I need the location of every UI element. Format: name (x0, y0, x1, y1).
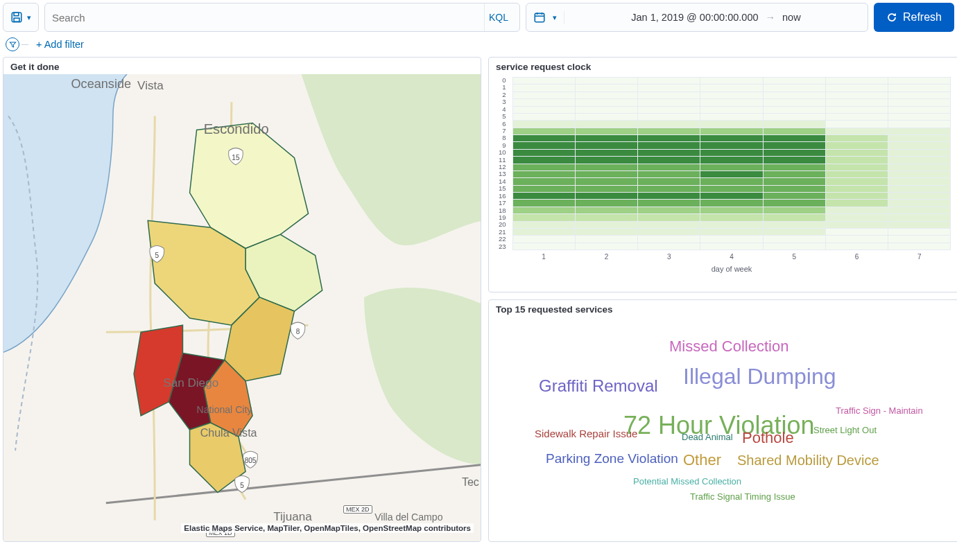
heatmap-cell[interactable] (826, 164, 888, 171)
heatmap-cell[interactable] (888, 214, 951, 221)
heatmap-cell[interactable] (700, 214, 763, 221)
heatmap-cell[interactable] (826, 243, 888, 250)
heatmap-cell[interactable] (826, 200, 888, 207)
heatmap-cell[interactable] (576, 114, 638, 121)
heatmap-cell[interactable] (764, 135, 826, 142)
heatmap-cell[interactable] (826, 229, 888, 236)
heatmap-cell[interactable] (576, 121, 638, 128)
wordcloud-term[interactable]: Illegal Dumping (683, 364, 836, 390)
saved-query-menu[interactable]: ▾ (3, 3, 39, 32)
wordcloud-term[interactable]: Traffic Signal Timing Issue (690, 491, 795, 502)
heatmap-cell[interactable] (826, 78, 888, 85)
wordcloud-term[interactable]: Parking Zone Violation (546, 451, 678, 466)
heatmap-cell[interactable] (826, 99, 888, 106)
heatmap-cell[interactable] (826, 171, 888, 178)
heatmap-cell[interactable] (513, 214, 576, 221)
heatmap-cell[interactable] (513, 135, 576, 142)
heatmap-cell[interactable] (826, 207, 888, 214)
heatmap-cell[interactable] (638, 164, 700, 171)
heatmap-cell[interactable] (888, 121, 951, 128)
heatmap-cell[interactable] (513, 164, 576, 171)
heatmap-cell[interactable] (700, 99, 763, 106)
heatmap-cell[interactable] (638, 92, 700, 99)
heatmap-cell[interactable] (888, 178, 951, 185)
heatmap-cell[interactable] (638, 214, 700, 221)
heatmap-cell[interactable] (764, 128, 826, 135)
heatmap-cell[interactable] (513, 78, 576, 85)
heatmap-cell[interactable] (576, 171, 638, 178)
heatmap-cell[interactable] (888, 114, 951, 121)
heatmap-cell[interactable] (576, 222, 638, 229)
heatmap-cell[interactable] (764, 186, 826, 193)
heatmap-cell[interactable] (826, 150, 888, 157)
wordcloud-term[interactable]: Traffic Sign - Maintain (836, 405, 923, 416)
heatmap-cell[interactable] (638, 114, 700, 121)
heatmap-cell[interactable] (576, 85, 638, 91)
heatmap-cell[interactable] (513, 193, 576, 200)
heatmap-cell[interactable] (764, 193, 826, 200)
heatmap-cell[interactable] (638, 128, 700, 135)
heatmap-cell[interactable] (576, 157, 638, 164)
heatmap-cell[interactable] (888, 222, 951, 229)
heatmap-cell[interactable] (888, 85, 951, 91)
heatmap-cell[interactable] (888, 193, 951, 200)
heatmap-cell[interactable] (513, 200, 576, 207)
heatmap-cell[interactable] (513, 171, 576, 178)
wordcloud-term[interactable]: Missed Collection (669, 338, 788, 356)
wordcloud-term[interactable]: Street Light Out (813, 425, 877, 435)
heatmap-cell[interactable] (764, 114, 826, 121)
quick-date-menu[interactable]: ▾ (526, 11, 564, 24)
heatmap-cell[interactable] (576, 193, 638, 200)
heatmap-cell[interactable] (638, 78, 700, 85)
heatmap-cell[interactable] (700, 135, 763, 142)
heatmap-cell[interactable] (576, 128, 638, 135)
wordcloud-term[interactable]: Shared Mobility Device (737, 453, 879, 469)
heatmap-cell[interactable] (888, 99, 951, 106)
heatmap-cell[interactable] (826, 142, 888, 149)
heatmap-cell[interactable] (826, 135, 888, 142)
heatmap-cell[interactable] (513, 128, 576, 135)
heatmap-cell[interactable] (638, 222, 700, 229)
heatmap-cell[interactable] (638, 135, 700, 142)
heatmap-cell[interactable] (513, 142, 576, 149)
heatmap-cell[interactable] (638, 207, 700, 214)
heatmap-cell[interactable] (513, 150, 576, 157)
heatmap-cell[interactable] (700, 128, 763, 135)
heatmap-cell[interactable] (576, 243, 638, 250)
heatmap-cell[interactable] (513, 186, 576, 193)
heatmap-cell[interactable] (700, 150, 763, 157)
heatmap-cell[interactable] (513, 243, 576, 250)
heatmap-cell[interactable] (700, 157, 763, 164)
heatmap-cell[interactable] (826, 121, 888, 128)
map-canvas[interactable]: Oceanside Vista Escondido San Diego Nati… (3, 74, 481, 541)
heatmap-cell[interactable] (638, 186, 700, 193)
heatmap-cell[interactable] (638, 99, 700, 106)
heatmap-cell[interactable] (888, 200, 951, 207)
heatmap-cell[interactable] (888, 78, 951, 85)
search-input[interactable] (52, 12, 480, 24)
heatmap-cell[interactable] (764, 171, 826, 178)
heatmap-cell[interactable] (576, 214, 638, 221)
heatmap-cell[interactable] (764, 92, 826, 99)
heatmap-cell[interactable] (888, 171, 951, 178)
heatmap-cell[interactable] (576, 164, 638, 171)
heatmap-cell[interactable] (764, 178, 826, 185)
heatmap-cell[interactable] (638, 229, 700, 236)
heatmap-cell[interactable] (764, 214, 826, 221)
heatmap-cell[interactable] (576, 78, 638, 85)
heatmap-cell[interactable] (513, 107, 576, 114)
heatmap-cell[interactable] (700, 200, 763, 207)
heatmap-cell[interactable] (764, 229, 826, 236)
heatmap-cell[interactable] (764, 99, 826, 106)
wordcloud-term[interactable]: Graffiti Removal (539, 376, 658, 396)
wordcloud-term[interactable]: Pothole (742, 429, 794, 447)
heatmap-cell[interactable] (576, 107, 638, 114)
heatmap-cell[interactable] (638, 157, 700, 164)
heatmap-cell[interactable] (764, 78, 826, 85)
heatmap-cell[interactable] (576, 178, 638, 185)
heatmap-cell[interactable] (513, 92, 576, 99)
heatmap-cell[interactable] (888, 236, 951, 243)
heatmap-cell[interactable] (700, 121, 763, 128)
heatmap-cell[interactable] (576, 150, 638, 157)
heatmap-cell[interactable] (826, 107, 888, 114)
